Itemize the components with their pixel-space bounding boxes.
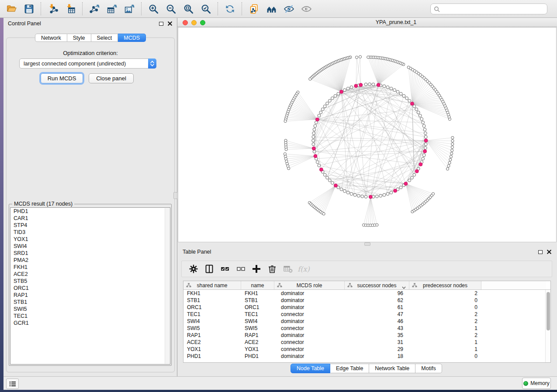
mcds-dominator-node[interactable] [319, 168, 323, 171]
zoom-in-button[interactable] [145, 1, 162, 16]
mcds-result-item[interactable]: STB1 [10, 299, 170, 306]
mcds-dominator-node[interactable] [419, 163, 422, 166]
network-node[interactable] [284, 153, 286, 155]
horizontal-splitter-grip[interactable] [364, 242, 370, 246]
mcds-result-item[interactable]: ORC1 [10, 285, 170, 292]
network-node[interactable] [451, 140, 454, 142]
network-node[interactable] [402, 94, 405, 97]
network-node[interactable] [313, 150, 316, 153]
network-node[interactable] [447, 165, 450, 167]
zoom-fit-button[interactable] [180, 1, 197, 16]
network-node[interactable] [312, 135, 315, 138]
network-node[interactable] [318, 164, 321, 167]
network-node[interactable] [367, 56, 370, 58]
network-node[interactable] [312, 139, 315, 142]
mcds-result-item[interactable]: YOX1 [10, 236, 170, 243]
network-node[interactable] [315, 121, 318, 124]
network-node[interactable] [408, 99, 411, 102]
network-node[interactable] [309, 78, 311, 80]
mcds-dominator-node[interactable] [410, 102, 414, 105]
network-node[interactable] [319, 111, 322, 114]
close-table-panel-icon[interactable] [547, 249, 552, 254]
network-node[interactable] [357, 194, 360, 197]
window-zoom-icon[interactable] [200, 20, 205, 25]
network-node[interactable] [359, 55, 361, 58]
mcds-list-scrollbar[interactable] [165, 208, 170, 364]
network-node[interactable] [331, 182, 334, 185]
network-node[interactable] [419, 114, 422, 117]
network-node[interactable] [451, 146, 453, 148]
network-node[interactable] [423, 128, 426, 131]
tab-select[interactable]: Select [91, 34, 118, 42]
network-graph[interactable] [178, 28, 556, 242]
network-node[interactable] [350, 86, 353, 89]
network-node[interactable] [407, 66, 410, 69]
network-node[interactable] [355, 56, 358, 58]
mcds-dominator-node[interactable] [415, 169, 419, 173]
network-node[interactable] [424, 135, 427, 138]
split-view-button[interactable] [203, 262, 216, 275]
show-graphics-details-button[interactable] [298, 1, 315, 16]
mcds-dominator-node[interactable] [404, 182, 408, 186]
network-node[interactable] [284, 120, 287, 122]
vertical-splitter-grip[interactable] [173, 192, 177, 199]
float-table-panel-icon[interactable] [538, 250, 543, 254]
mcds-result-item[interactable]: CAR1 [10, 215, 170, 222]
clone-network-button[interactable] [245, 1, 263, 16]
network-node[interactable] [450, 155, 452, 158]
column-header-name[interactable]: name [241, 281, 274, 289]
tab-mcds[interactable]: MCDS [118, 34, 146, 42]
network-node[interactable] [375, 195, 378, 198]
mcds-result-item[interactable]: SRD1 [10, 250, 170, 257]
memory-button[interactable]: Memory [522, 378, 551, 389]
network-node[interactable] [361, 195, 364, 198]
network-node[interactable] [450, 152, 453, 155]
network-node[interactable] [287, 167, 290, 170]
mcds-result-item[interactable]: SWI5 [10, 306, 170, 313]
tab-motifs[interactable]: Motifs [415, 364, 442, 373]
network-node[interactable] [383, 193, 386, 196]
mcds-result-item[interactable]: FKH1 [10, 264, 170, 271]
column-header-shared-name[interactable]: shared name [183, 281, 241, 289]
network-node[interactable] [328, 179, 331, 182]
mcds-dominator-node[interactable] [340, 90, 343, 93]
network-node[interactable] [399, 186, 402, 189]
network-node[interactable] [313, 128, 316, 131]
mcds-result-item[interactable]: RAP1 [10, 292, 170, 299]
gear-button[interactable] [187, 262, 200, 275]
window-close-icon[interactable] [183, 20, 188, 25]
table-row[interactable]: SWI5SWI5connector431 [183, 325, 550, 332]
network-node[interactable] [312, 143, 315, 146]
network-node[interactable] [424, 132, 427, 135]
network-window-titlebar[interactable]: YPA_prune.txt_1 [177, 18, 557, 27]
table-row[interactable]: RAP1RAP1dominator352 [183, 332, 550, 339]
tab-edge-table[interactable]: Edge Table [330, 364, 369, 373]
tab-node-table[interactable]: Node Table [291, 364, 330, 373]
window-minimize-icon[interactable] [191, 20, 197, 25]
network-node[interactable] [334, 94, 337, 97]
network-node[interactable] [422, 124, 426, 127]
network-node[interactable] [368, 83, 371, 86]
network-node[interactable] [318, 114, 321, 117]
network-node[interactable] [390, 87, 393, 90]
table-row[interactable]: ACE2ACE2connector311 [183, 339, 550, 346]
table-row[interactable]: STB1STB1dominator620 [183, 297, 550, 304]
network-node[interactable] [326, 176, 329, 179]
tab-network[interactable]: Network [35, 34, 67, 42]
mcds-result-item[interactable]: PMA2 [10, 257, 170, 264]
network-node[interactable] [393, 89, 396, 92]
network-node[interactable] [451, 136, 454, 139]
export-table-button[interactable] [103, 1, 121, 16]
table-row[interactable]: ORC1ORC1dominator610 [183, 304, 550, 311]
criterion-select[interactable]: largest connected component (undirected) [19, 58, 156, 69]
float-panel-icon[interactable] [159, 22, 163, 26]
network-node[interactable] [372, 83, 375, 86]
network-node[interactable] [405, 97, 408, 100]
network-node[interactable] [448, 162, 451, 164]
mcds-dominator-node[interactable] [314, 155, 317, 158]
network-node[interactable] [420, 117, 423, 120]
zoom-out-button[interactable] [162, 1, 180, 16]
save-session-button[interactable] [20, 1, 38, 16]
network-node[interactable] [422, 157, 425, 160]
mcds-dominator-node[interactable] [377, 83, 380, 87]
